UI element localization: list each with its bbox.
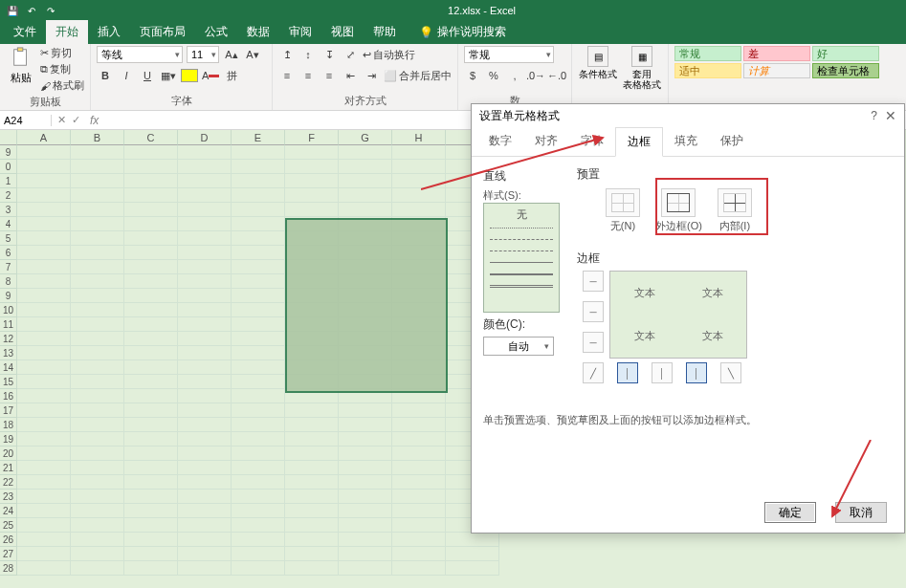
- orientation-icon[interactable]: ⤢: [342, 46, 359, 63]
- border-right-toggle[interactable]: │: [686, 362, 707, 383]
- comma-icon[interactable]: ,: [506, 67, 523, 84]
- align-right-icon[interactable]: ≡: [320, 67, 338, 84]
- line-style-medium[interactable]: [490, 273, 553, 279]
- tell-me[interactable]: 💡 操作说明搜索: [411, 20, 514, 44]
- quick-access-toolbar: 💾 ↶ ↷: [0, 4, 57, 17]
- line-color-combo[interactable]: 自动: [483, 337, 554, 356]
- accounting-icon[interactable]: $: [464, 67, 481, 84]
- dtab-number[interactable]: 数字: [477, 127, 523, 156]
- svg-rect-0: [14, 50, 27, 66]
- conditional-format-button[interactable]: ▤ 条件格式: [578, 46, 618, 79]
- fill-color-button[interactable]: [181, 67, 198, 84]
- tab-view[interactable]: 视图: [321, 20, 364, 44]
- phonetic-button[interactable]: 拼: [223, 67, 240, 84]
- align-top-icon[interactable]: ↥: [278, 46, 296, 63]
- style-check-cell[interactable]: 检查单元格: [812, 63, 879, 78]
- font-color-button[interactable]: A: [202, 67, 219, 84]
- row-headers[interactable]: 9012345678910111213141516171819202122232…: [0, 145, 17, 576]
- tab-home[interactable]: 开始: [46, 20, 88, 44]
- cancel-button[interactable]: 取消: [835, 502, 887, 523]
- underline-button[interactable]: U: [139, 67, 156, 84]
- line-style-list[interactable]: 无: [483, 203, 560, 313]
- increase-decimal-icon[interactable]: .0→: [527, 67, 544, 84]
- font-size-combo[interactable]: 11: [187, 46, 219, 63]
- decrease-font-icon[interactable]: A▾: [244, 46, 261, 63]
- tab-review[interactable]: 审阅: [279, 20, 321, 44]
- border-vmiddle-toggle[interactable]: │: [652, 362, 673, 383]
- redo-icon[interactable]: ↷: [44, 4, 57, 17]
- dtab-protection[interactable]: 保护: [709, 127, 755, 156]
- confirm-formula-icon[interactable]: ✓: [72, 114, 80, 126]
- preview-cell-2: 文本: [678, 272, 746, 315]
- group-label-alignment: 对齐方式: [278, 92, 452, 110]
- group-cell-styles: 常规 差 好 适中 计算 检查单元格: [669, 44, 906, 110]
- copy-button[interactable]: ⧉ 复制: [40, 62, 84, 76]
- number-format-combo[interactable]: 常规: [464, 46, 554, 63]
- indent-increase-icon[interactable]: ⇥: [363, 67, 380, 84]
- style-bad[interactable]: 差: [743, 46, 810, 61]
- tab-formulas[interactable]: 公式: [195, 20, 237, 44]
- preset-none-button[interactable]: 无(N): [606, 188, 640, 233]
- preview-cell-3: 文本: [610, 315, 678, 358]
- menubar: 文件 开始 插入 页面布局 公式 数据 审阅 视图 帮助 💡 操作说明搜索: [0, 21, 906, 44]
- align-center-icon[interactable]: ≡: [299, 67, 317, 84]
- select-all-corner[interactable]: [0, 130, 17, 145]
- cancel-formula-icon[interactable]: ✕: [57, 114, 66, 126]
- ok-button[interactable]: 确定: [764, 502, 816, 523]
- align-middle-icon[interactable]: ↕: [299, 46, 317, 63]
- group-number: 常规 $ % , .0→ ←.0 数: [458, 44, 572, 110]
- cell-styles-gallery[interactable]: 常规 差 好 适中 计算 检查单元格: [674, 46, 879, 78]
- border-left-toggle[interactable]: │: [617, 362, 638, 383]
- border-diag-up-toggle[interactable]: ╱: [583, 362, 604, 383]
- undo-icon[interactable]: ↶: [25, 4, 38, 17]
- dtab-font[interactable]: 字体: [569, 127, 615, 156]
- style-calculation[interactable]: 计算: [743, 63, 810, 78]
- format-table-button[interactable]: ▦ 套用 表格格式: [622, 46, 662, 90]
- align-left-icon[interactable]: ≡: [278, 67, 296, 84]
- dtab-alignment[interactable]: 对齐: [523, 127, 569, 156]
- border-diag-down-toggle[interactable]: ╲: [720, 362, 741, 383]
- line-style-thin[interactable]: [490, 262, 553, 268]
- style-good[interactable]: 好: [812, 46, 879, 61]
- dialog-close-icon[interactable]: ✕: [885, 108, 896, 123]
- merge-center-button[interactable]: ⬜ 合并后居中: [384, 69, 452, 83]
- dialog-titlebar: 设置单元格格式 ? ✕: [472, 104, 904, 127]
- tab-help[interactable]: 帮助: [364, 20, 406, 44]
- border-dropdown[interactable]: ▦▾: [160, 67, 177, 84]
- line-style-dash2[interactable]: [490, 250, 553, 256]
- increase-font-icon[interactable]: A▴: [223, 46, 240, 63]
- line-style-none[interactable]: 无: [490, 207, 553, 222]
- tab-data[interactable]: 数据: [237, 20, 279, 44]
- align-bottom-icon[interactable]: ↧: [320, 46, 338, 63]
- line-style-dash[interactable]: [490, 239, 553, 245]
- percent-icon[interactable]: %: [485, 67, 502, 84]
- wrap-text-button[interactable]: ↩ 自动换行: [363, 48, 415, 62]
- dialog-help-icon[interactable]: ?: [871, 109, 877, 122]
- bold-button[interactable]: B: [97, 67, 114, 84]
- paste-button[interactable]: 粘贴: [6, 46, 36, 85]
- border-top-toggle[interactable]: ─: [583, 271, 604, 292]
- tab-insert[interactable]: 插入: [88, 20, 130, 44]
- decrease-decimal-icon[interactable]: ←.0: [548, 67, 565, 84]
- border-hmiddle-toggle[interactable]: ─: [583, 301, 604, 322]
- format-painter-button[interactable]: 🖌 格式刷: [40, 78, 84, 93]
- save-icon[interactable]: 💾: [6, 4, 19, 17]
- cut-button[interactable]: ✂ 剪切: [40, 46, 84, 60]
- line-section-label: 直线: [483, 168, 579, 185]
- name-box[interactable]: A24: [0, 115, 52, 126]
- svg-rect-1: [17, 48, 22, 52]
- tab-file[interactable]: 文件: [4, 20, 46, 44]
- line-style-double[interactable]: [490, 285, 553, 291]
- fx-icon[interactable]: fx: [86, 114, 102, 127]
- font-name-combo[interactable]: 等线: [97, 46, 183, 63]
- italic-button[interactable]: I: [118, 67, 135, 84]
- indent-decrease-icon[interactable]: ⇤: [342, 67, 359, 84]
- dtab-fill[interactable]: 填充: [663, 127, 709, 156]
- border-preview[interactable]: 文本 文本 文本 文本: [609, 271, 747, 359]
- line-style-dot[interactable]: [490, 228, 553, 233]
- style-normal[interactable]: 常规: [674, 46, 741, 61]
- dtab-border[interactable]: 边框: [615, 127, 663, 157]
- border-bottom-toggle[interactable]: ─: [583, 332, 604, 353]
- tab-pagelayout[interactable]: 页面布局: [130, 20, 195, 44]
- style-neutral[interactable]: 适中: [674, 63, 741, 78]
